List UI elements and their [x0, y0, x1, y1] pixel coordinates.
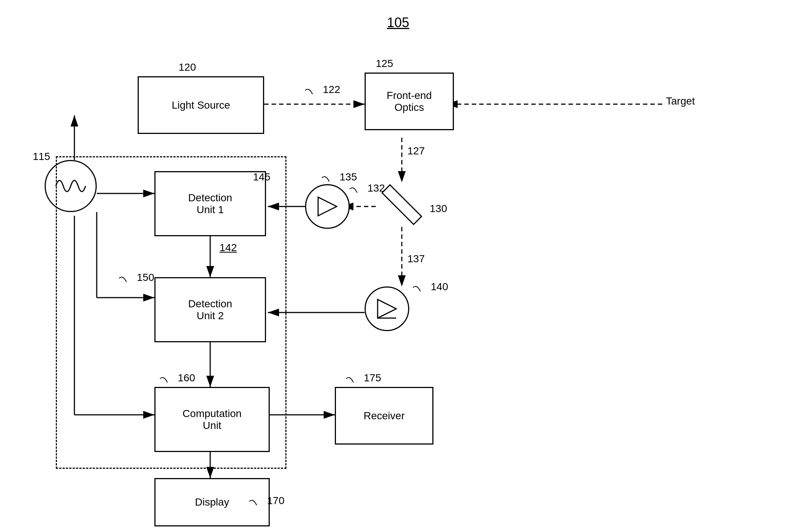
- ref-120-label: 120: [179, 61, 196, 73]
- ref-170-label: 170: [246, 495, 285, 507]
- diagram-title: 105: [387, 15, 409, 31]
- light-source-box: Light Source: [138, 76, 264, 134]
- ref-150-label: 150: [115, 272, 154, 284]
- svg-marker-21: [318, 197, 337, 216]
- detector-135: [305, 184, 350, 229]
- ref-130-label: 130: [430, 203, 447, 215]
- receiver-box: Receiver: [335, 387, 433, 445]
- target-label: Target: [666, 95, 695, 107]
- ref-122-label: 122: [301, 84, 340, 96]
- ref-132-label: 132: [346, 182, 385, 195]
- ref-175-label: 175: [342, 372, 381, 384]
- ref-140-label: 140: [409, 281, 448, 293]
- svg-rect-20: [382, 185, 422, 224]
- ref-135-label: 135: [318, 171, 357, 183]
- ref-142-label: 142: [220, 242, 237, 254]
- detector-140: [365, 286, 409, 331]
- diagram-container: 105 115 Light Source 120 Front-end Optic…: [0, 0, 785, 532]
- ref-137-label: 137: [407, 253, 425, 265]
- svg-marker-22: [378, 299, 396, 318]
- front-end-optics-box: Front-end Optics: [365, 73, 454, 130]
- detection-unit-2-box: Detection Unit 2: [154, 277, 266, 342]
- ref-115-label: 115: [33, 151, 50, 163]
- ref-160-label: 160: [156, 372, 195, 384]
- computation-unit-box: Computation Unit: [154, 387, 270, 452]
- ref-145-label: 145: [253, 171, 270, 183]
- ref-125-label: 125: [376, 58, 393, 70]
- detection-unit-1-box: Detection Unit 1: [154, 171, 266, 236]
- ref-127-label: 127: [407, 145, 425, 157]
